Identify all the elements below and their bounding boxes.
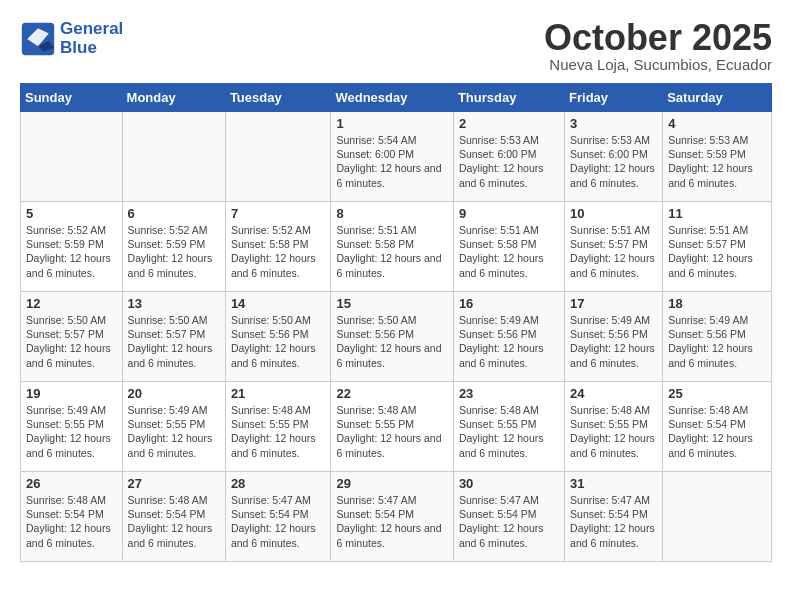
day-number: 20 [128,386,220,401]
weekday-header: Tuesday [225,84,331,112]
calendar-cell: 27Sunrise: 5:48 AM Sunset: 5:54 PM Dayli… [122,472,225,562]
calendar-cell: 29Sunrise: 5:47 AM Sunset: 5:54 PM Dayli… [331,472,453,562]
calendar-header-row: SundayMondayTuesdayWednesdayThursdayFrid… [21,84,772,112]
day-info: Sunrise: 5:50 AM Sunset: 5:56 PM Dayligh… [336,313,447,370]
day-number: 22 [336,386,447,401]
day-info: Sunrise: 5:48 AM Sunset: 5:55 PM Dayligh… [570,403,657,460]
calendar-cell: 10Sunrise: 5:51 AM Sunset: 5:57 PM Dayli… [565,202,663,292]
calendar-cell: 11Sunrise: 5:51 AM Sunset: 5:57 PM Dayli… [663,202,772,292]
day-info: Sunrise: 5:49 AM Sunset: 5:56 PM Dayligh… [459,313,559,370]
day-number: 3 [570,116,657,131]
day-number: 17 [570,296,657,311]
day-number: 16 [459,296,559,311]
day-info: Sunrise: 5:53 AM Sunset: 6:00 PM Dayligh… [570,133,657,190]
calendar-cell: 16Sunrise: 5:49 AM Sunset: 5:56 PM Dayli… [453,292,564,382]
calendar-cell [122,112,225,202]
day-info: Sunrise: 5:53 AM Sunset: 6:00 PM Dayligh… [459,133,559,190]
day-number: 18 [668,296,766,311]
day-info: Sunrise: 5:47 AM Sunset: 5:54 PM Dayligh… [336,493,447,550]
logo: General Blue [20,20,123,57]
calendar-cell: 4Sunrise: 5:53 AM Sunset: 5:59 PM Daylig… [663,112,772,202]
calendar-title: October 2025 [544,20,772,56]
day-info: Sunrise: 5:48 AM Sunset: 5:55 PM Dayligh… [231,403,326,460]
day-info: Sunrise: 5:53 AM Sunset: 5:59 PM Dayligh… [668,133,766,190]
calendar-cell: 5Sunrise: 5:52 AM Sunset: 5:59 PM Daylig… [21,202,123,292]
calendar-week-row: 5Sunrise: 5:52 AM Sunset: 5:59 PM Daylig… [21,202,772,292]
calendar-cell: 26Sunrise: 5:48 AM Sunset: 5:54 PM Dayli… [21,472,123,562]
day-number: 21 [231,386,326,401]
weekday-header: Wednesday [331,84,453,112]
weekday-header: Friday [565,84,663,112]
day-number: 14 [231,296,326,311]
calendar-cell: 7Sunrise: 5:52 AM Sunset: 5:58 PM Daylig… [225,202,331,292]
calendar-table: SundayMondayTuesdayWednesdayThursdayFrid… [20,83,772,562]
day-info: Sunrise: 5:50 AM Sunset: 5:57 PM Dayligh… [128,313,220,370]
day-number: 26 [26,476,117,491]
calendar-cell [663,472,772,562]
weekday-header: Monday [122,84,225,112]
calendar-cell: 24Sunrise: 5:48 AM Sunset: 5:55 PM Dayli… [565,382,663,472]
day-number: 29 [336,476,447,491]
day-info: Sunrise: 5:51 AM Sunset: 5:57 PM Dayligh… [668,223,766,280]
day-info: Sunrise: 5:48 AM Sunset: 5:54 PM Dayligh… [26,493,117,550]
day-number: 1 [336,116,447,131]
weekday-header: Saturday [663,84,772,112]
day-number: 23 [459,386,559,401]
day-info: Sunrise: 5:52 AM Sunset: 5:59 PM Dayligh… [128,223,220,280]
day-number: 19 [26,386,117,401]
day-info: Sunrise: 5:48 AM Sunset: 5:54 PM Dayligh… [668,403,766,460]
calendar-cell: 8Sunrise: 5:51 AM Sunset: 5:58 PM Daylig… [331,202,453,292]
day-number: 30 [459,476,559,491]
title-block: October 2025 Nueva Loja, Sucumbios, Ecua… [544,20,772,73]
day-info: Sunrise: 5:52 AM Sunset: 5:59 PM Dayligh… [26,223,117,280]
calendar-week-row: 1Sunrise: 5:54 AM Sunset: 6:00 PM Daylig… [21,112,772,202]
day-info: Sunrise: 5:50 AM Sunset: 5:57 PM Dayligh… [26,313,117,370]
day-info: Sunrise: 5:49 AM Sunset: 5:56 PM Dayligh… [668,313,766,370]
day-number: 5 [26,206,117,221]
calendar-cell: 14Sunrise: 5:50 AM Sunset: 5:56 PM Dayli… [225,292,331,382]
calendar-cell: 13Sunrise: 5:50 AM Sunset: 5:57 PM Dayli… [122,292,225,382]
calendar-cell: 6Sunrise: 5:52 AM Sunset: 5:59 PM Daylig… [122,202,225,292]
day-number: 10 [570,206,657,221]
calendar-cell: 28Sunrise: 5:47 AM Sunset: 5:54 PM Dayli… [225,472,331,562]
day-info: Sunrise: 5:47 AM Sunset: 5:54 PM Dayligh… [231,493,326,550]
day-number: 24 [570,386,657,401]
day-number: 7 [231,206,326,221]
day-number: 6 [128,206,220,221]
day-info: Sunrise: 5:51 AM Sunset: 5:57 PM Dayligh… [570,223,657,280]
calendar-cell: 15Sunrise: 5:50 AM Sunset: 5:56 PM Dayli… [331,292,453,382]
calendar-cell: 20Sunrise: 5:49 AM Sunset: 5:55 PM Dayli… [122,382,225,472]
logo-icon [20,21,56,57]
page-header: General Blue October 2025 Nueva Loja, Su… [20,20,772,73]
calendar-cell: 12Sunrise: 5:50 AM Sunset: 5:57 PM Dayli… [21,292,123,382]
day-number: 28 [231,476,326,491]
calendar-cell: 2Sunrise: 5:53 AM Sunset: 6:00 PM Daylig… [453,112,564,202]
day-number: 2 [459,116,559,131]
day-info: Sunrise: 5:54 AM Sunset: 6:00 PM Dayligh… [336,133,447,190]
day-info: Sunrise: 5:50 AM Sunset: 5:56 PM Dayligh… [231,313,326,370]
day-info: Sunrise: 5:47 AM Sunset: 5:54 PM Dayligh… [459,493,559,550]
calendar-week-row: 26Sunrise: 5:48 AM Sunset: 5:54 PM Dayli… [21,472,772,562]
calendar-cell: 19Sunrise: 5:49 AM Sunset: 5:55 PM Dayli… [21,382,123,472]
calendar-cell [225,112,331,202]
day-number: 27 [128,476,220,491]
day-info: Sunrise: 5:49 AM Sunset: 5:56 PM Dayligh… [570,313,657,370]
day-number: 12 [26,296,117,311]
calendar-cell: 22Sunrise: 5:48 AM Sunset: 5:55 PM Dayli… [331,382,453,472]
day-number: 25 [668,386,766,401]
day-number: 13 [128,296,220,311]
day-number: 11 [668,206,766,221]
logo-text: General Blue [60,20,123,57]
day-info: Sunrise: 5:48 AM Sunset: 5:54 PM Dayligh… [128,493,220,550]
calendar-week-row: 12Sunrise: 5:50 AM Sunset: 5:57 PM Dayli… [21,292,772,382]
calendar-cell: 31Sunrise: 5:47 AM Sunset: 5:54 PM Dayli… [565,472,663,562]
day-number: 4 [668,116,766,131]
calendar-cell [21,112,123,202]
day-info: Sunrise: 5:48 AM Sunset: 5:55 PM Dayligh… [459,403,559,460]
weekday-header: Thursday [453,84,564,112]
calendar-week-row: 19Sunrise: 5:49 AM Sunset: 5:55 PM Dayli… [21,382,772,472]
day-info: Sunrise: 5:49 AM Sunset: 5:55 PM Dayligh… [26,403,117,460]
day-info: Sunrise: 5:51 AM Sunset: 5:58 PM Dayligh… [459,223,559,280]
calendar-cell: 9Sunrise: 5:51 AM Sunset: 5:58 PM Daylig… [453,202,564,292]
day-number: 8 [336,206,447,221]
